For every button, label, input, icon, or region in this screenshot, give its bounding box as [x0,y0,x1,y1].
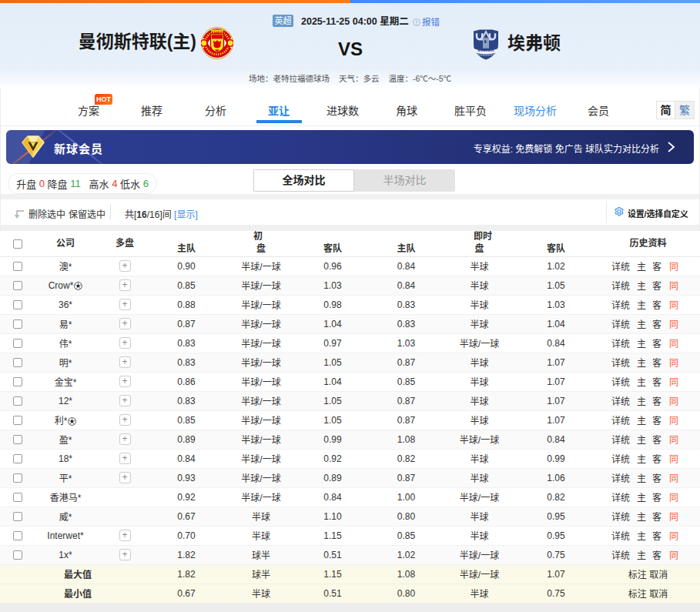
svg-text:Everton: Everton [478,48,494,52]
